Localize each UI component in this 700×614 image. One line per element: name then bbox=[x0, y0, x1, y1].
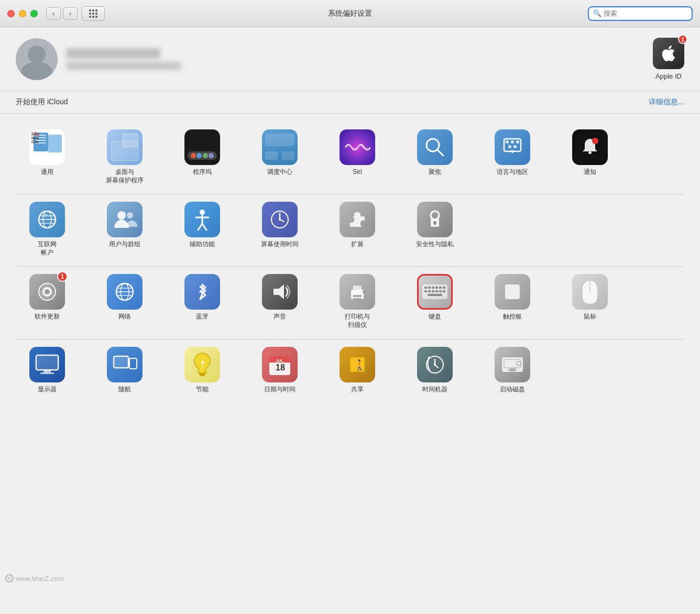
svg-rect-57 bbox=[428, 294, 442, 296]
icon-mouse[interactable]: 鼠标 bbox=[551, 269, 629, 334]
network-label: 网络 bbox=[118, 313, 131, 321]
icon-accessibility[interactable]: 辅助功能 bbox=[163, 196, 241, 262]
icon-keyboard[interactable]: 键盘 bbox=[396, 269, 474, 334]
minimize-button[interactable] bbox=[19, 10, 26, 17]
icloud-detail-link[interactable]: 详细信息... bbox=[649, 97, 684, 107]
icon-sidecar[interactable]: 随航 bbox=[86, 342, 163, 399]
screentime-label: 屏幕使用时间 bbox=[261, 240, 299, 249]
users-label: 用户与群组 bbox=[109, 240, 140, 249]
energy-label: 节能 bbox=[196, 386, 209, 394]
icon-startup-disk[interactable]: 启动磁盘 bbox=[474, 342, 551, 399]
svg-point-77 bbox=[434, 364, 436, 366]
svg-point-5 bbox=[516, 140, 519, 144]
icon-extensions[interactable]: 扩展 bbox=[319, 196, 396, 262]
icon-internet-accounts[interactable]: @ 互联网帐户 bbox=[8, 196, 86, 262]
icon-security[interactable]: 安全性与隐私 bbox=[396, 196, 474, 262]
icons-container: File NewOne 通用 桌面与屏幕保护程序 bbox=[0, 114, 700, 614]
svg-rect-46 bbox=[428, 287, 431, 289]
svg-text:18: 18 bbox=[276, 363, 285, 372]
icon-software-update[interactable]: 1 软件更新 bbox=[8, 269, 86, 334]
icon-energy[interactable]: 节能 bbox=[163, 342, 241, 399]
svg-rect-56 bbox=[443, 290, 445, 292]
svg-rect-62 bbox=[43, 370, 51, 372]
energy-icon-img bbox=[184, 347, 220, 382]
back-button[interactable]: ‹ bbox=[46, 7, 61, 20]
svg-point-17 bbox=[117, 211, 126, 220]
svg-marker-38 bbox=[274, 284, 284, 299]
grid-view-button[interactable] bbox=[82, 6, 105, 21]
svg-point-7 bbox=[513, 145, 517, 148]
icon-trackpad[interactable]: 触控板 bbox=[474, 269, 551, 334]
icon-language[interactable]: 语言与地区 bbox=[474, 124, 551, 190]
icon-general[interactable]: File NewOne 通用 bbox=[8, 124, 86, 190]
apple-id-label: Apple ID bbox=[655, 72, 682, 80]
svg-rect-53 bbox=[432, 290, 434, 292]
svg-text:JUL: JUL bbox=[276, 358, 283, 363]
network-icon-img bbox=[107, 274, 143, 310]
svg-rect-51 bbox=[424, 290, 427, 292]
avatar-body bbox=[21, 62, 52, 80]
software-label: 软件更新 bbox=[35, 313, 60, 321]
svg-rect-65 bbox=[129, 358, 137, 369]
icon-sharing[interactable]: 🚶 共享 bbox=[319, 342, 396, 399]
section-divider-1 bbox=[17, 194, 683, 194]
security-label: 安全性与隐私 bbox=[416, 240, 454, 249]
trackpad-label: 触控板 bbox=[503, 313, 522, 321]
icon-printer[interactable]: 打印机与扫描仪 bbox=[319, 269, 396, 334]
close-button[interactable] bbox=[7, 10, 15, 17]
section-divider-3 bbox=[17, 339, 683, 339]
icon-display[interactable]: 显示器 bbox=[8, 342, 86, 399]
svg-point-32 bbox=[45, 289, 50, 294]
general-icon-img: File NewOne bbox=[29, 129, 65, 165]
apple-id-section[interactable]: 1 Apple ID bbox=[653, 38, 684, 80]
forward-button[interactable]: › bbox=[63, 7, 78, 20]
accessibility-label: 辅助功能 bbox=[190, 240, 215, 249]
svg-rect-45 bbox=[424, 287, 427, 289]
startup-icon-img bbox=[495, 347, 530, 382]
icons-row-1: File NewOne 通用 桌面与屏幕保护程序 bbox=[8, 124, 692, 190]
icon-network[interactable]: 网络 bbox=[86, 269, 163, 334]
trackpad-icon-img bbox=[495, 274, 530, 310]
svg-point-18 bbox=[127, 212, 133, 218]
icon-screentime[interactable]: 屏幕使用时间 bbox=[241, 196, 319, 262]
dock-label: 程序坞 bbox=[193, 168, 212, 177]
icon-users-groups[interactable]: 用户与群组 bbox=[86, 196, 163, 262]
maximize-button[interactable] bbox=[30, 10, 38, 17]
notifications-label: 通知 bbox=[584, 168, 596, 177]
icon-notifications[interactable]: 通知 bbox=[551, 124, 629, 190]
svg-rect-47 bbox=[432, 287, 434, 289]
svg-point-26 bbox=[431, 211, 439, 220]
titlebar: ‹ › 系统偏好设置 🔍 bbox=[0, 0, 700, 27]
desktop-label: 桌面与屏幕保护程序 bbox=[106, 168, 144, 184]
search-box[interactable]: 🔍 bbox=[588, 6, 693, 21]
sound-icon-img bbox=[262, 274, 298, 310]
apple-id-icon: 1 bbox=[653, 38, 684, 69]
icon-dock[interactable]: 程序坞 bbox=[163, 124, 241, 190]
sharing-icon-img: 🚶 bbox=[340, 347, 375, 382]
icon-datetime[interactable]: 18 JUL 日期与时间 bbox=[241, 342, 319, 399]
bluetooth-label: 蓝牙 bbox=[196, 313, 209, 321]
svg-rect-52 bbox=[428, 290, 431, 292]
spotlight-icon-img bbox=[417, 129, 453, 165]
icon-mission-control[interactable]: 调度中心 bbox=[241, 124, 319, 190]
language-label: 语言与地区 bbox=[497, 168, 528, 177]
search-input[interactable] bbox=[604, 9, 687, 17]
icon-spotlight[interactable]: 聚焦 bbox=[396, 124, 474, 190]
datetime-icon-img: 18 JUL bbox=[262, 347, 298, 382]
desktop-icon-img bbox=[107, 129, 143, 165]
icon-siri[interactable]: Siri bbox=[319, 124, 396, 190]
keyboard-icon-img bbox=[417, 274, 453, 310]
apple-logo-icon bbox=[659, 44, 678, 63]
profile-email bbox=[66, 62, 181, 70]
dock-icon-img bbox=[184, 129, 220, 165]
icon-timemachine[interactable]: 时间机器 bbox=[396, 342, 474, 399]
icon-sound[interactable]: 声音 bbox=[241, 269, 319, 334]
timemachine-label: 时间机器 bbox=[422, 386, 447, 394]
sound-label: 声音 bbox=[274, 313, 286, 321]
profile-section: 1 Apple ID bbox=[0, 27, 700, 91]
icloud-text: 开始使用 iCloud bbox=[16, 97, 68, 107]
icon-bluetooth[interactable]: 蓝牙 bbox=[163, 269, 241, 334]
svg-rect-48 bbox=[435, 287, 438, 289]
avatar[interactable] bbox=[16, 38, 58, 80]
icon-desktop[interactable]: 桌面与屏幕保护程序 bbox=[86, 124, 163, 190]
